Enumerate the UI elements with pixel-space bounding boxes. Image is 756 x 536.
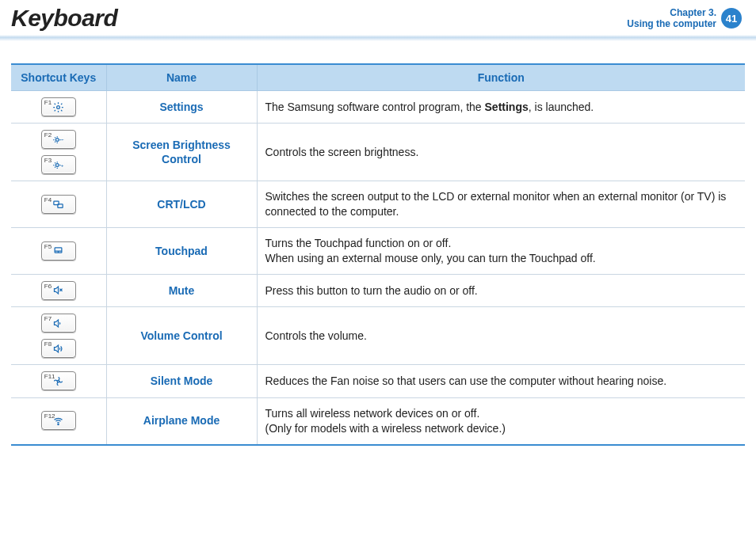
- table-header-row: Shortcut Keys Name Function: [11, 64, 745, 91]
- shortcut-table: Shortcut Keys Name Function F1 Settings …: [11, 63, 745, 446]
- svg-point-9: [58, 424, 59, 424]
- row-func: Controls the screen brightness.: [257, 124, 745, 181]
- row-name: Settings: [106, 91, 257, 124]
- keycap-f2: F2 −: [41, 130, 76, 149]
- svg-text:−: −: [62, 137, 65, 143]
- row-name: Screen Brightness Control: [106, 124, 257, 181]
- f-key-label: F1: [44, 99, 52, 108]
- brightness-down-icon: −: [52, 134, 64, 146]
- page-header: Keyboard Chapter 3. Using the computer 4…: [0, 0, 756, 35]
- f-key-label: F8: [44, 340, 52, 349]
- page-number-badge: 41: [721, 8, 742, 29]
- touchpad-icon: [52, 245, 64, 257]
- brightness-up-icon: +: [52, 159, 64, 171]
- keycap-f12: F12: [41, 411, 76, 430]
- f-key-label: F2: [44, 131, 52, 140]
- table-row: F12 Airplane Mode Turns all wireless net…: [11, 397, 745, 444]
- svg-point-8: [58, 380, 60, 382]
- row-func: Press this button to turn the audio on o…: [257, 274, 745, 306]
- chapter-sub: Using the computer: [627, 18, 716, 29]
- row-name: Silent Mode: [106, 365, 257, 397]
- volume-down-icon: [52, 317, 64, 329]
- svg-point-3: [56, 164, 59, 167]
- volume-up-icon: [52, 343, 64, 355]
- row-name: Mute: [106, 274, 257, 306]
- row-func: Reduces the Fan noise so that users can …: [257, 365, 745, 397]
- row-name: CRT/LCD: [106, 181, 257, 228]
- table-row: F5 Touchpad Turns the Touchpad function …: [11, 228, 745, 275]
- keycap-f7: F7: [41, 314, 76, 333]
- f-key-label: F3: [44, 157, 52, 165]
- table-row: F2 − F3 + Screen Brightness Control Cont…: [11, 124, 745, 181]
- f-key-label: F6: [44, 283, 52, 291]
- svg-text:+: +: [61, 162, 64, 168]
- f-key-label: F4: [44, 196, 52, 205]
- table-row: F4 CRT/LCD Switches the screen output to…: [11, 181, 745, 228]
- f-key-label: F11: [44, 373, 55, 382]
- row-func: Turns all wireless network devices on or…: [257, 397, 745, 444]
- page-title: Keyboard: [11, 5, 117, 32]
- table-row: F6 Mute Press this button to turn the au…: [11, 274, 745, 306]
- table-row: F1 Settings The Samsung software control…: [11, 91, 745, 124]
- keycap-f11: F11: [41, 371, 76, 390]
- keycap-f4: F4: [41, 195, 76, 214]
- chapter-text: Chapter 3. Using the computer: [627, 7, 716, 30]
- table-row: F11 Silent Mode Reduces the Fan noise so…: [11, 365, 745, 397]
- row-name: Airplane Mode: [106, 397, 257, 444]
- header-divider: [0, 35, 756, 41]
- row-func: Controls the volume.: [257, 307, 745, 365]
- row-func: Turns the Touchpad function on or off. W…: [257, 228, 745, 275]
- chapter-block: Chapter 3. Using the computer 41: [627, 7, 742, 30]
- row-name: Touchpad: [106, 228, 257, 275]
- th-func: Function: [257, 64, 745, 91]
- row-func: The Samsung software control program, th…: [257, 91, 745, 124]
- row-func: Switches the screen output to the LCD or…: [257, 181, 745, 228]
- f-key-label: F12: [44, 412, 55, 421]
- keycap-f6: F6: [41, 281, 76, 300]
- display-switch-icon: [52, 199, 64, 211]
- keycap-f5: F5: [41, 241, 76, 260]
- th-name: Name: [106, 64, 257, 91]
- row-name: Volume Control: [106, 307, 257, 365]
- svg-point-0: [57, 105, 60, 108]
- chapter-label: Chapter 3.: [627, 7, 716, 18]
- table-row: F7 F8 Volume Control Controls the volume…: [11, 307, 745, 365]
- mute-icon: [52, 284, 64, 296]
- keycap-f8: F8: [41, 339, 76, 358]
- f-key-label: F7: [44, 315, 52, 324]
- f-key-label: F5: [44, 243, 52, 252]
- svg-point-1: [56, 139, 59, 142]
- keycap-f3: F3 +: [41, 155, 76, 174]
- keycap-f1: F1: [41, 97, 76, 116]
- settings-icon: [52, 101, 64, 113]
- th-keys: Shortcut Keys: [11, 64, 106, 91]
